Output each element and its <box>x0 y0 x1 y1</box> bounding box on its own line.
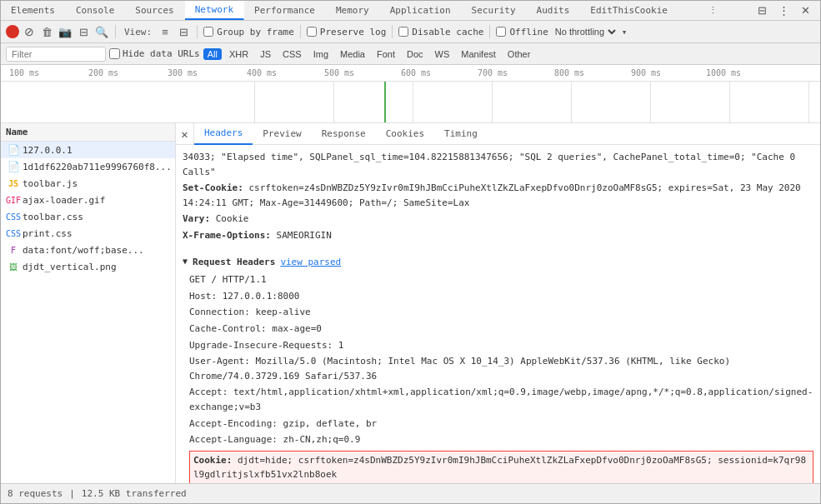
preserve-log-label: Preserve log <box>307 27 386 37</box>
tick-200ms: 200 ms <box>88 68 118 77</box>
network-toolbar: ⊘ 🗑 📷 ⊟ 🔍 View: ≡ ⊟ Group by frame Prese… <box>1 21 820 43</box>
rh-accept-encoding: Accept-Encoding: gzip, deflate, br <box>183 417 813 432</box>
rh-user-agent: User-Agent: Mozilla/5.0 (Macintosh; Inte… <box>183 354 813 383</box>
rh-cache-control: Cache-Control: max-age=0 <box>183 322 813 337</box>
rh-accept-language: Accept-Language: zh-CN,zh;q=0.9 <box>183 432 813 447</box>
file-icon-font: F <box>8 244 19 256</box>
tab-memory[interactable]: Memory <box>326 1 380 20</box>
filter-manifest-button[interactable]: Manifest <box>457 48 500 60</box>
filter-xhr-button[interactable]: XHR <box>225 48 253 60</box>
filter-all-button[interactable]: All <box>203 48 222 60</box>
file-icon-doc2: 📄 <box>8 161 19 172</box>
tab-network[interactable]: Network <box>185 1 244 20</box>
file-item-djdt[interactable]: 🖼 djdt_vertical.png <box>1 258 175 275</box>
record-button[interactable] <box>6 25 19 38</box>
filter-button[interactable]: ⊟ <box>76 24 91 39</box>
tick-800ms: 800 ms <box>554 68 584 77</box>
devtools-window: Elements Console Sources Network Perform… <box>0 0 821 504</box>
filter-css-button[interactable]: CSS <box>278 48 306 60</box>
sub-tab-headers[interactable]: Headers <box>194 123 253 145</box>
tab-performance[interactable]: Performance <box>244 1 326 20</box>
sub-tab-bar: ✕ Headers Preview Response Cookies Timin… <box>176 123 820 145</box>
file-item-ajaxgif[interactable]: GIF ajax-loader.gif <box>1 192 175 208</box>
tick-700ms: 700 ms <box>478 68 508 77</box>
file-icon-css: CSS <box>8 211 19 222</box>
set-cookie-label: Set-Cookie: <box>183 182 243 193</box>
request-headers-section[interactable]: ▼ Request Headers view parsed <box>183 252 813 273</box>
timeline-ruler: 100 ms 200 ms 300 ms 400 ms 500 ms 600 m… <box>1 65 820 82</box>
tab-audits[interactable]: Audits <box>527 1 581 20</box>
tab-application[interactable]: Application <box>380 1 462 20</box>
tab-security[interactable]: Security <box>462 1 527 20</box>
more-options-button[interactable]: ⋮ <box>775 2 793 20</box>
offline-label: Offline <box>496 27 548 37</box>
file-item-printcss[interactable]: CSS print.css <box>1 225 175 242</box>
close-devtools-button[interactable]: ✕ <box>797 2 815 20</box>
file-icon-js: JS <box>8 177 19 189</box>
group-by-frame-checkbox[interactable] <box>203 27 213 37</box>
tab-sources[interactable]: Sources <box>125 1 184 20</box>
throttle-arrow: ▾ <box>622 27 628 37</box>
main-content: Name 📄 127.0.0.1 📄 1d1df6220ab711e999676… <box>1 123 820 483</box>
rh-method: GET / HTTP/1.1 <box>183 272 813 287</box>
tick-1000ms: 1000 ms <box>706 68 741 77</box>
tab-editthiscookie[interactable]: EditThisCookie <box>580 1 678 20</box>
sub-tab-response[interactable]: Response <box>312 123 376 145</box>
stop-button[interactable]: ⊘ <box>23 25 36 38</box>
filter-input[interactable] <box>6 47 106 62</box>
filter-ws-button[interactable]: WS <box>431 48 454 60</box>
vary-value: Cookie <box>216 213 249 224</box>
more-tabs-button[interactable]: ⋮ <box>702 1 724 20</box>
tick-600ms: 600 ms <box>401 68 431 77</box>
capture-screenshot-button[interactable]: 📷 <box>58 24 73 39</box>
set-cookie-line: Set-Cookie: csrftoken=z4sDnWBZDz5Y9zIvr0… <box>183 181 813 210</box>
rh-host: Host: 127.0.0.1:8000 <box>183 289 813 304</box>
disable-cache-checkbox[interactable] <box>398 27 408 37</box>
filter-other-button[interactable]: Other <box>503 48 535 60</box>
view-parsed-link[interactable]: view parsed <box>280 255 341 270</box>
file-item-datafont[interactable]: F data:font/woff;base... <box>1 242 175 258</box>
file-item-1d1df[interactable]: 📄 1d1df6220ab711e9996760f8... <box>1 158 175 175</box>
status-bar: 8 requests | 12.5 KB transferred <box>1 483 820 503</box>
search-button[interactable]: 🔍 <box>94 24 109 39</box>
requests-count: 8 requests <box>8 488 63 499</box>
filter-doc-button[interactable]: Doc <box>403 48 428 60</box>
cookie-value: Cookie: djdt=hide; csrftoken=z4sDnWBZDz5… <box>189 451 813 483</box>
waterfall-grid <box>176 82 820 122</box>
tab-elements[interactable]: Elements <box>1 1 66 20</box>
header-content-before: 34033; "Elapsed time", SQLPanel_sql_time… <box>183 150 813 179</box>
filter-font-button[interactable]: Font <box>373 48 399 60</box>
hide-data-urls-checkbox[interactable] <box>109 48 120 59</box>
file-icon-png: 🖼 <box>8 261 19 272</box>
headers-content: 34033; "Elapsed time", SQLPanel_sql_time… <box>176 145 820 483</box>
toolbar-sep4 <box>392 25 393 38</box>
toolbar-sep2 <box>197 25 198 38</box>
vary-label: Vary: <box>183 213 210 224</box>
x-frame-line: X-Frame-Options: SAMEORIGIN <box>183 228 813 243</box>
file-item-127001[interactable]: 📄 127.0.0.1 <box>1 142 175 158</box>
toolbar-separator <box>115 25 116 38</box>
file-item-toolbarcss[interactable]: CSS toolbar.css <box>1 208 175 225</box>
rh-upgrade: Upgrade-Insecure-Requests: 1 <box>183 338 813 353</box>
tab-console[interactable]: Console <box>66 1 125 20</box>
file-icon-doc: 📄 <box>8 144 19 156</box>
sub-tab-timing[interactable]: Timing <box>434 123 488 145</box>
sub-tab-cookies[interactable]: Cookies <box>376 123 434 145</box>
close-detail-button[interactable]: ✕ <box>176 123 194 145</box>
filter-media-button[interactable]: Media <box>336 48 369 60</box>
file-item-toolbarjs[interactable]: JS toolbar.js <box>1 175 175 192</box>
list-view-button[interactable]: ≡ <box>158 24 173 39</box>
tick-300ms: 300 ms <box>168 68 198 77</box>
offline-checkbox[interactable] <box>496 27 506 37</box>
filter-js-button[interactable]: JS <box>256 48 275 60</box>
clear-button[interactable]: 🗑 <box>39 24 54 39</box>
rh-cookie-line: Cookie: djdt=hide; csrftoken=z4sDnWBZDz5… <box>183 451 813 483</box>
filter-img-button[interactable]: Img <box>309 48 333 60</box>
throttle-select[interactable]: No throttling <box>552 26 618 37</box>
undock-button[interactable]: ⊟ <box>753 2 772 20</box>
preserve-log-checkbox[interactable] <box>307 27 317 37</box>
sub-tab-preview[interactable]: Preview <box>253 123 311 145</box>
group-view-button[interactable]: ⊟ <box>176 24 191 39</box>
tick-100ms: 100 ms <box>9 68 39 77</box>
separator: | <box>69 488 75 499</box>
